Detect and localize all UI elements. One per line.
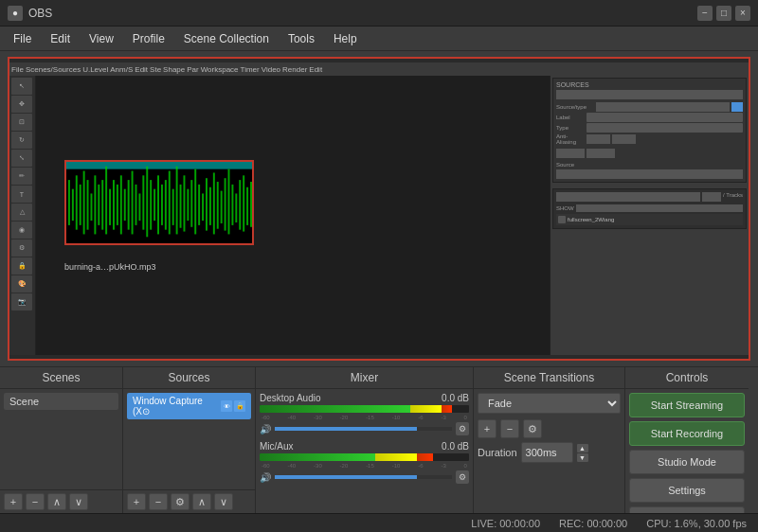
obs-sources-bottom: / Tracks SHOW fullscreen_2Wiang: [552, 188, 747, 229]
tool-rotate: ↻: [11, 132, 32, 149]
scene-up-button[interactable]: ∧: [47, 493, 66, 510]
source-remove-button[interactable]: −: [149, 493, 168, 510]
svg-rect-39: [206, 178, 208, 230]
desktop-audio-db: 0.0 dB: [442, 393, 469, 403]
source-item[interactable]: Window Capture (X⊙ 👁 🔒: [127, 393, 251, 419]
desktop-red-bar: [442, 405, 452, 413]
cpu-status: CPU: 1.6%, 30.00 fps: [646, 518, 747, 529]
svg-rect-9: [94, 175, 96, 234]
scene-item[interactable]: Scene: [4, 393, 118, 410]
controls-section: Controls Start Streaming Start Recording…: [625, 367, 749, 513]
source-add-button[interactable]: +: [127, 493, 146, 510]
studio-mode-button[interactable]: Studio Mode: [629, 450, 745, 474]
status-bar: LIVE: 00:00:00 REC: 00:00:00 CPU: 1.6%, …: [0, 513, 758, 532]
source-up-button[interactable]: ∧: [192, 493, 211, 510]
desktop-volume-slider[interactable]: [275, 427, 452, 431]
menu-help[interactable]: Help: [324, 28, 367, 49]
tool-source: ◉: [11, 222, 32, 239]
mic-mute-icon[interactable]: 🔊: [260, 472, 271, 483]
svg-rect-34: [187, 188, 189, 220]
svg-rect-19: [132, 170, 134, 234]
waveform-svg: [66, 162, 252, 243]
sources-section: Sources Window Capture (X⊙ 👁 🔒 + − ⚙ ∧: [123, 367, 256, 513]
svg-rect-1: [66, 162, 252, 169]
menu-view[interactable]: View: [80, 28, 123, 49]
window-controls[interactable]: − □ ×: [697, 6, 750, 21]
controls-body: Start Streaming Start Recording Studio M…: [625, 389, 749, 513]
settings-button[interactable]: Settings: [629, 478, 745, 503]
svg-rect-44: [225, 178, 226, 230]
menu-file[interactable]: File: [4, 28, 41, 49]
svg-rect-40: [209, 186, 211, 224]
duration-down-icon[interactable]: ▼: [577, 453, 588, 462]
transition-type-select[interactable]: Fade Cut Swipe Slide Stinger Luma Wipe: [478, 393, 621, 414]
obs-inner-body: ↖ ✥ ⊡ ↻ ⤡ ✏ T △ ◉ ⚙ 🔒 🎨 📷: [9, 76, 749, 355]
start-recording-button[interactable]: Start Recording: [629, 421, 745, 446]
scene-add-button[interactable]: +: [4, 493, 23, 510]
transition-add-button[interactable]: +: [478, 419, 496, 438]
svg-rect-3: [72, 188, 74, 220]
mic-yellow-bar: [375, 453, 417, 461]
mic-settings-icon[interactable]: ⚙: [456, 470, 469, 484]
source-lock-icon[interactable]: 🔒: [234, 400, 245, 412]
desktop-ticks: -60-40-30 -20-15-10 -6-30: [260, 415, 469, 420]
svg-rect-27: [161, 184, 163, 224]
mixer-channel-mic: Mic/Aux 0.0 dB -60-40-30: [260, 441, 469, 484]
scenes-section: Scenes Scene + − ∧ ∨: [0, 367, 123, 513]
duration-row: Duration 300ms ▲ ▼: [478, 442, 621, 463]
svg-rect-48: [239, 180, 241, 230]
svg-rect-4: [76, 175, 78, 229]
duration-up-icon[interactable]: ▲: [577, 444, 588, 452]
menu-edit[interactable]: Edit: [41, 28, 80, 49]
menu-scene-collection[interactable]: Scene Collection: [174, 28, 279, 49]
scenes-controls: + − ∧ ∨: [0, 489, 122, 513]
source-visibility-icon[interactable]: 👁: [221, 400, 232, 412]
desktop-mute-icon[interactable]: 🔊: [260, 424, 271, 434]
close-button[interactable]: ×: [735, 6, 750, 21]
source-settings-button[interactable]: ⚙: [171, 493, 190, 510]
svg-rect-6: [83, 170, 85, 234]
tool-text: T: [11, 186, 32, 203]
duration-field[interactable]: 300ms: [521, 442, 573, 463]
maximize-button[interactable]: □: [716, 6, 731, 21]
scene-remove-button[interactable]: −: [26, 493, 45, 510]
source-down-button[interactable]: ∨: [214, 493, 233, 510]
svg-rect-25: [153, 188, 155, 220]
transition-settings-button[interactable]: ⚙: [523, 419, 542, 438]
obs-inner-menubar: File Scenes/Sources U.Level Anm/S Edit S…: [9, 62, 749, 76]
transitions-header: Scene Transitions: [474, 367, 624, 389]
source-icons: 👁 🔒: [221, 400, 245, 412]
preview-area[interactable]: File Scenes/Sources U.Level Anm/S Edit S…: [8, 57, 750, 361]
svg-rect-23: [146, 166, 148, 237]
menu-tools[interactable]: Tools: [279, 28, 324, 49]
svg-rect-50: [246, 186, 248, 224]
mic-volume-slider[interactable]: [275, 475, 452, 479]
bottom-panel: Scenes Scene + − ∧ ∨ Sources Window Capt…: [0, 366, 758, 532]
mic-aux-bar: [260, 453, 469, 461]
transition-remove-button[interactable]: −: [500, 419, 519, 438]
svg-rect-17: [124, 188, 126, 220]
svg-rect-10: [98, 184, 99, 224]
desktop-settings-icon[interactable]: ⚙: [456, 422, 469, 435]
svg-rect-37: [198, 184, 200, 224]
svg-rect-7: [87, 180, 89, 230]
duration-spinner[interactable]: ▲ ▼: [577, 444, 588, 462]
tool-pen: ✏: [11, 168, 32, 185]
obs-preview-screenshot: File Scenes/Sources U.Level Anm/S Edit S…: [9, 62, 749, 355]
scene-down-button[interactable]: ∨: [69, 493, 88, 510]
tool-move: ✥: [11, 96, 32, 113]
svg-rect-24: [150, 180, 152, 230]
minimize-button[interactable]: −: [697, 6, 713, 21]
desktop-green-bar: [260, 405, 410, 413]
start-streaming-button[interactable]: Start Streaming: [629, 393, 745, 417]
duration-label: Duration: [478, 447, 517, 458]
transitions-section: Scene Transitions Fade Cut Swipe Slide S…: [474, 367, 625, 513]
menu-profile[interactable]: Profile: [123, 28, 174, 49]
bottom-sections: Scenes Scene + − ∧ ∨ Sources Window Capt…: [0, 366, 758, 513]
svg-rect-49: [243, 175, 244, 231]
exit-button[interactable]: Exit: [629, 506, 745, 513]
svg-rect-13: [109, 188, 111, 224]
svg-rect-12: [105, 166, 107, 234]
tool-color: 🎨: [11, 275, 32, 293]
svg-rect-2: [68, 180, 70, 225]
